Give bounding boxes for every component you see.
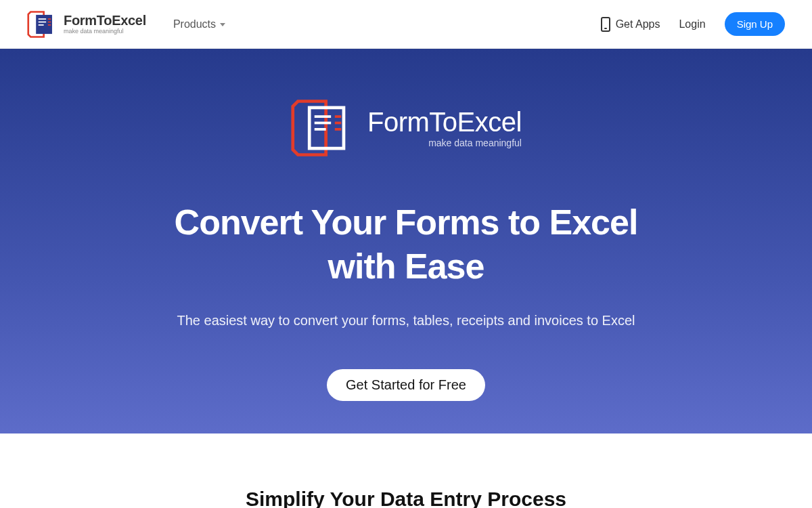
cta-label: Get Started for Free xyxy=(346,377,466,392)
signup-button[interactable]: Sign Up xyxy=(725,12,785,36)
products-dropdown[interactable]: Products xyxy=(173,18,225,30)
svg-rect-17 xyxy=(335,128,341,131)
hero-title-line1: Convert Your Forms to Excel xyxy=(175,203,638,242)
svg-rect-4 xyxy=(39,24,44,26)
svg-rect-14 xyxy=(315,128,326,131)
login-link[interactable]: Login xyxy=(679,18,705,30)
nav-right: Get Apps Login Sign Up xyxy=(601,12,785,36)
hero-brand: FormToExcel make data meaningful xyxy=(290,96,522,160)
get-started-button[interactable]: Get Started for Free xyxy=(327,369,485,401)
svg-rect-15 xyxy=(335,115,341,118)
svg-rect-7 xyxy=(48,24,51,26)
nav-left: FormToExcel make data meaningful Product… xyxy=(27,9,225,39)
svg-rect-6 xyxy=(48,21,51,22)
form-to-excel-icon xyxy=(290,96,354,160)
hero-section: FormToExcel make data meaningful Convert… xyxy=(0,49,812,433)
chevron-down-icon xyxy=(220,23,225,26)
products-label: Products xyxy=(173,18,216,30)
navbar: FormToExcel make data meaningful Product… xyxy=(0,0,812,49)
svg-rect-5 xyxy=(48,18,51,20)
hero-title: Convert Your Forms to Excel with Ease xyxy=(175,200,638,289)
form-to-excel-icon xyxy=(27,9,57,39)
hero-brand-tagline: make data meaningful xyxy=(428,138,522,148)
svg-rect-2 xyxy=(39,18,46,20)
phone-icon xyxy=(601,17,610,32)
svg-rect-12 xyxy=(315,115,331,118)
brand-name: FormToExcel xyxy=(64,14,146,27)
svg-rect-13 xyxy=(315,122,331,125)
brand-logo[interactable]: FormToExcel make data meaningful xyxy=(27,9,146,39)
brand-tagline: make data meaningful xyxy=(64,28,146,35)
get-apps-label: Get Apps xyxy=(616,18,660,30)
hero-title-line2: with Ease xyxy=(328,247,484,286)
signup-label: Sign Up xyxy=(737,18,773,30)
hero-brand-text: FormToExcel make data meaningful xyxy=(367,108,522,148)
svg-rect-16 xyxy=(335,122,341,125)
hero-brand-name: FormToExcel xyxy=(367,108,522,135)
section-simplify: Simplify Your Data Entry Process xyxy=(0,433,812,508)
brand-text: FormToExcel make data meaningful xyxy=(64,14,146,35)
section2-title: Simplify Your Data Entry Process xyxy=(0,488,812,508)
login-label: Login xyxy=(679,18,705,30)
svg-rect-3 xyxy=(39,21,46,22)
get-apps-link[interactable]: Get Apps xyxy=(601,17,660,32)
hero-subtitle: The easiest way to convert your forms, t… xyxy=(177,313,635,329)
